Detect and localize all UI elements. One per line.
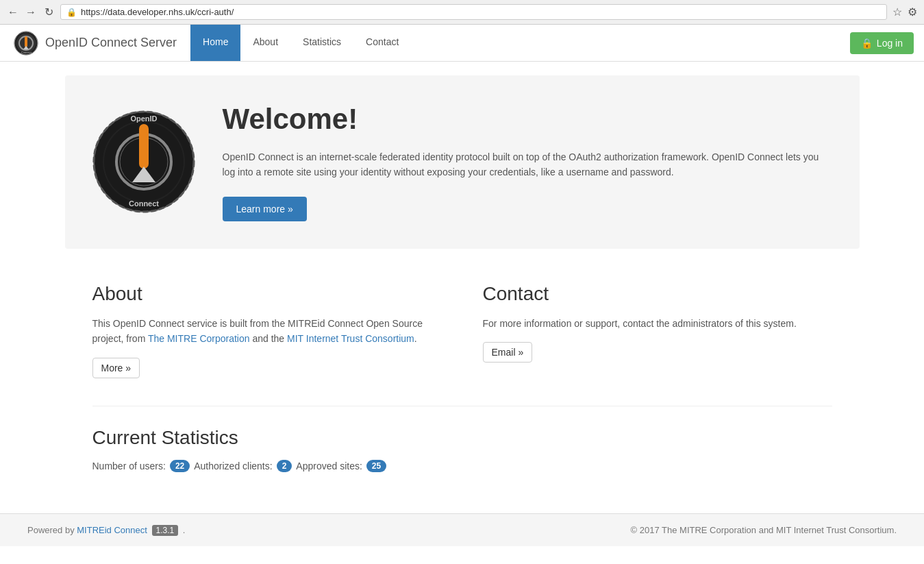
lock-icon: 🔒 <box>861 38 873 49</box>
back-button[interactable]: ← <box>7 6 19 19</box>
mit-consortium-link[interactable]: MIT Internet Trust Consortium <box>287 333 414 344</box>
navbar-right: 🔒 Log in <box>850 25 924 61</box>
url-text: https://data.developer.nhs.uk/ccri-auth/ <box>81 7 234 17</box>
address-bar[interactable]: 🔒 https://data.developer.nhs.uk/ccri-aut… <box>60 4 887 20</box>
hero-description: OpenID Connect is an internet-scale fede… <box>223 149 832 180</box>
nav-link-home[interactable]: Home <box>190 25 240 61</box>
footer: Powered by MITREid Connect 1.3.1 . © 201… <box>0 513 924 546</box>
about-text: This OpenID Connect service is built fro… <box>92 316 442 347</box>
about-title: About <box>92 283 442 305</box>
nav-item-about: About <box>240 25 290 61</box>
email-button[interactable]: Email » <box>483 342 533 363</box>
hero-content: Welcome! OpenID Connect is an internet-s… <box>223 103 832 221</box>
version-badge: 1.3.1 <box>152 525 179 536</box>
bookmark-button[interactable]: ☆ <box>892 5 902 19</box>
contact-section: Contact For more information or support,… <box>483 283 832 378</box>
learn-more-button[interactable]: Learn more » <box>223 197 307 221</box>
about-text-end: . <box>414 333 417 344</box>
nav-item-contact: Contact <box>353 25 411 61</box>
svg-text:OpenID: OpenID <box>130 114 157 123</box>
statistics-row: Number of users: 22 Authorized clients: … <box>92 460 832 472</box>
users-count-badge: 22 <box>170 460 190 472</box>
nav-link-about[interactable]: About <box>240 25 290 61</box>
hero-title: Welcome! <box>223 103 832 136</box>
svg-rect-13 <box>139 124 149 169</box>
forward-button[interactable]: → <box>25 6 37 19</box>
navbar-brand-text: OpenID Connect Server <box>45 36 177 50</box>
brand-logo-icon: Connect <box>14 31 38 56</box>
login-button[interactable]: 🔒 Log in <box>850 32 914 54</box>
navbar: Connect OpenID Connect Server Home About… <box>0 25 924 62</box>
statistics-title: Current Statistics <box>92 427 832 449</box>
login-label: Log in <box>877 38 903 49</box>
browser-toolbar: ← → ↻ 🔒 https://data.developer.nhs.uk/cc… <box>0 0 924 24</box>
reload-button[interactable]: ↻ <box>42 6 55 19</box>
powered-by-text: Powered by <box>27 525 75 535</box>
hero-logo: OpenID Connect <box>92 110 195 213</box>
clients-label: Authorized clients: <box>194 461 272 471</box>
more-button[interactable]: More » <box>92 358 140 378</box>
about-text-mid: and the <box>250 333 288 344</box>
nav-item-statistics: Statistics <box>290 25 353 61</box>
copyright-text: © 2017 The MITRE Corporation and MIT Int… <box>631 525 897 535</box>
footer-left: Powered by MITREid Connect 1.3.1 . <box>27 525 185 535</box>
hero-section: OpenID Connect Welcome! OpenID Connect i… <box>65 75 860 249</box>
svg-text:Connect: Connect <box>21 51 32 54</box>
browser-menu-button[interactable]: ⚙ <box>908 5 917 19</box>
contact-title: Contact <box>483 283 832 305</box>
browser-actions: ☆ ⚙ <box>892 5 917 19</box>
nav-item-home: Home <box>190 25 240 61</box>
users-label: Number of users: <box>92 461 166 471</box>
lock-icon: 🔒 <box>66 8 77 17</box>
main-content: About This OpenID Connect service is bui… <box>65 269 860 513</box>
statistics-section: Current Statistics Number of users: 22 A… <box>92 406 832 472</box>
svg-rect-4 <box>25 36 27 47</box>
footer-dot: . <box>183 525 186 535</box>
nav-link-statistics[interactable]: Statistics <box>290 25 353 61</box>
sites-label: Approved sites: <box>296 461 362 471</box>
mitreid-connect-link[interactable]: MITREid Connect <box>77 525 147 535</box>
sites-count-badge: 25 <box>366 460 386 472</box>
clients-count-badge: 2 <box>277 460 292 472</box>
browser-chrome: ← → ↻ 🔒 https://data.developer.nhs.uk/cc… <box>0 0 924 25</box>
navbar-brand[interactable]: Connect OpenID Connect Server <box>0 25 190 61</box>
two-column-section: About This OpenID Connect service is bui… <box>92 283 832 378</box>
contact-text: For more information or support, contact… <box>483 316 832 331</box>
nav-link-contact[interactable]: Contact <box>353 25 411 61</box>
mitre-corporation-link[interactable]: The MITRE Corporation <box>148 333 250 344</box>
about-section: About This OpenID Connect service is bui… <box>92 283 442 378</box>
svg-text:Connect: Connect <box>129 199 159 208</box>
navbar-nav: Home About Statistics Contact <box>190 25 411 61</box>
footer-right: © 2017 The MITRE Corporation and MIT Int… <box>631 525 897 535</box>
